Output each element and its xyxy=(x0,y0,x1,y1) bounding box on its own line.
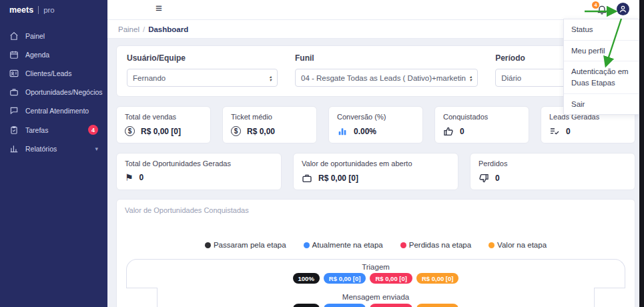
legend-dot xyxy=(205,242,211,248)
filter-funnel: Funil 04 - Resgate Todas as Leads ( Dati… xyxy=(295,53,478,87)
home-icon xyxy=(9,31,19,41)
dollar-circle-icon: $ xyxy=(231,126,241,136)
percent-badge: 100% xyxy=(293,304,320,307)
current-value-badge: R$ 0,00 [0] xyxy=(324,273,366,284)
legend-dot xyxy=(400,242,406,248)
briefcase-icon xyxy=(9,87,19,97)
dollar-circle-icon: $ xyxy=(125,126,135,136)
brand-logo: meets pro xyxy=(0,0,107,20)
sidebar-item-label: Oportunidades/Negócios xyxy=(25,88,103,96)
lost-value-badge: R$ 0,00 [0] xyxy=(370,273,412,284)
stage-badges: 100% R$ 0,00 [0] R$ 0,00 [0] R$ 0,00 [0] xyxy=(293,273,459,284)
sidebar-nav: Painel Agenda Clientes/Leads Oportunidad… xyxy=(0,27,107,158)
clipboard-check-icon xyxy=(9,125,19,135)
list-check-icon xyxy=(549,126,560,137)
funnel-stage-triagem: Triagem 100% R$ 0,00 [0] R$ 0,00 [0] R$ … xyxy=(126,259,625,288)
menu-item-meu-perfil[interactable]: Meu perfil xyxy=(564,41,639,62)
user-avatar[interactable] xyxy=(617,3,629,15)
tasks-count-badge: 4 xyxy=(88,125,98,135)
brand-suffix: pro xyxy=(38,6,55,14)
sidebar-item-painel[interactable]: Painel xyxy=(0,27,107,45)
calendar-icon xyxy=(9,50,19,59)
stat-card-total-vendas: Total de vendas $ R$ 0,00 [0] xyxy=(116,106,211,143)
filter-label: Funil xyxy=(295,53,478,63)
chart-legend: Passaram pela etapa Atualmente na etapa … xyxy=(117,241,635,249)
sidebar-item-central-atendimento[interactable]: Central Atendimento xyxy=(0,101,107,120)
current-value-badge: R$ 0,00 [0] xyxy=(324,304,366,307)
lost-value-badge: R$ 0,00 [0] xyxy=(370,304,412,307)
stats-row-1: Total de vendas $ R$ 0,00 [0] Ticket méd… xyxy=(116,106,635,143)
flag-icon: ⚑ xyxy=(125,173,133,182)
brand-name: meets xyxy=(9,5,33,15)
menu-item-status[interactable]: Status xyxy=(564,19,639,41)
contact-card-icon xyxy=(9,69,19,78)
legend-item: Passaram pela etapa xyxy=(205,241,286,249)
notification-count-badge: 4 xyxy=(592,1,599,9)
sidebar-item-label: Agenda xyxy=(25,51,49,59)
menu-item-sair[interactable]: Sair xyxy=(564,94,639,115)
topbar: ≡ 4 xyxy=(107,0,644,20)
sidebar-item-label: Painel xyxy=(25,32,45,40)
sidebar-item-label: Tarefas xyxy=(25,126,48,134)
filter-user-team: Usuário/Equipe Fernando ▴▾ xyxy=(127,53,278,87)
user-team-select[interactable]: Fernando ▴▾ xyxy=(127,69,278,87)
sidebar-item-clientes-leads[interactable]: Clientes/Leads xyxy=(0,64,107,83)
breadcrumb-current: Dashboard xyxy=(148,25,188,33)
legend-item: Valor na etapa xyxy=(489,241,547,249)
stats-row-2: Total de Oportunidades Geradas ⚑ 0 Valor… xyxy=(116,153,635,190)
stage-value-badge: R$ 0,00 [0] xyxy=(416,273,459,284)
sidebar-item-label: Central Atendimento xyxy=(25,107,89,115)
stat-card-conversao: Conversão (%) 0.00% xyxy=(328,106,423,143)
sidebar-item-agenda[interactable]: Agenda xyxy=(0,45,107,64)
funnel: Triagem 100% R$ 0,00 [0] R$ 0,00 [0] R$ … xyxy=(117,259,635,307)
legend-item: Perdidas na etapa xyxy=(400,241,471,249)
chart-title: Valor de Oportunidades Conquistadas xyxy=(117,206,635,214)
sidebar: meets pro Painel Agenda Clientes/Leads xyxy=(0,0,107,307)
percent-badge: 100% xyxy=(293,273,320,284)
window-edge xyxy=(639,0,644,307)
select-caret-icon: ▴▾ xyxy=(270,75,272,81)
legend-dot xyxy=(304,242,310,248)
person-icon xyxy=(619,5,627,13)
menu-item-autenticacao-duas-etapas[interactable]: Autenticação em Duas Etapas xyxy=(564,61,639,93)
stat-card-ticket-medio: Ticket médio $ R$ 0,00 xyxy=(222,106,317,143)
stage-value-badge: R$ 0,00 [0] xyxy=(416,304,459,307)
legend-dot xyxy=(489,242,495,248)
breadcrumb-parent[interactable]: Painel xyxy=(118,25,139,33)
funnel-chart-card: Valor de Oportunidades Conquistadas Pass… xyxy=(116,199,635,307)
menu-toggle-button[interactable]: ≡ xyxy=(155,2,162,15)
notifications-button[interactable]: 4 xyxy=(597,4,607,15)
briefcase-icon xyxy=(302,173,312,184)
select-caret-icon: ▴▾ xyxy=(470,75,472,81)
thumbs-down-icon xyxy=(478,173,489,184)
funnel-select[interactable]: 04 - Resgate Todas as Leads ( Dativo)+ma… xyxy=(295,69,478,87)
topbar-actions: 4 xyxy=(597,3,629,15)
bar-chart-icon xyxy=(9,144,19,154)
stat-card-oportunidades-geradas: Total de Oportunidades Geradas ⚑ 0 xyxy=(116,153,282,190)
sidebar-item-label: Relatórios xyxy=(25,145,57,153)
app-root: meets pro Painel Agenda Clientes/Leads xyxy=(0,0,644,307)
sidebar-item-tarefas[interactable]: Tarefas 4 xyxy=(0,120,107,139)
stat-card-conquistados: Conquistados 0 xyxy=(434,106,529,143)
filter-label: Usuário/Equipe xyxy=(127,53,278,63)
stat-card-perdidos: Perdidos 0 xyxy=(470,153,635,190)
thumbs-up-icon xyxy=(443,126,454,137)
stat-card-valor-em-aberto: Valor de oportunidades em aberto R$ 0,00… xyxy=(293,153,458,190)
breadcrumb-separator: / xyxy=(143,25,145,33)
stage-badges: 100% R$ 0,00 [0] R$ 0,00 [0] R$ 0,00 [0] xyxy=(293,304,459,307)
legend-item: Atualmente na etapa xyxy=(304,241,383,249)
chevron-down-icon: ▾ xyxy=(95,145,98,152)
user-dropdown-menu: Status Meu perfil Autenticação em Duas E… xyxy=(563,19,639,115)
sidebar-item-relatorios[interactable]: Relatórios ▾ xyxy=(0,139,107,158)
bar-chart-icon xyxy=(337,126,348,137)
chat-icon xyxy=(9,106,19,115)
sidebar-item-label: Clientes/Leads xyxy=(25,69,71,77)
sidebar-item-oportunidades[interactable]: Oportunidades/Negócios xyxy=(0,83,107,101)
funnel-stage-mensagem-enviada: Mensagem enviada 100% R$ 0,00 [0] R$ 0,0… xyxy=(157,288,595,307)
filters-card: Usuário/Equipe Fernando ▴▾ Funil 04 - Re… xyxy=(116,45,635,97)
